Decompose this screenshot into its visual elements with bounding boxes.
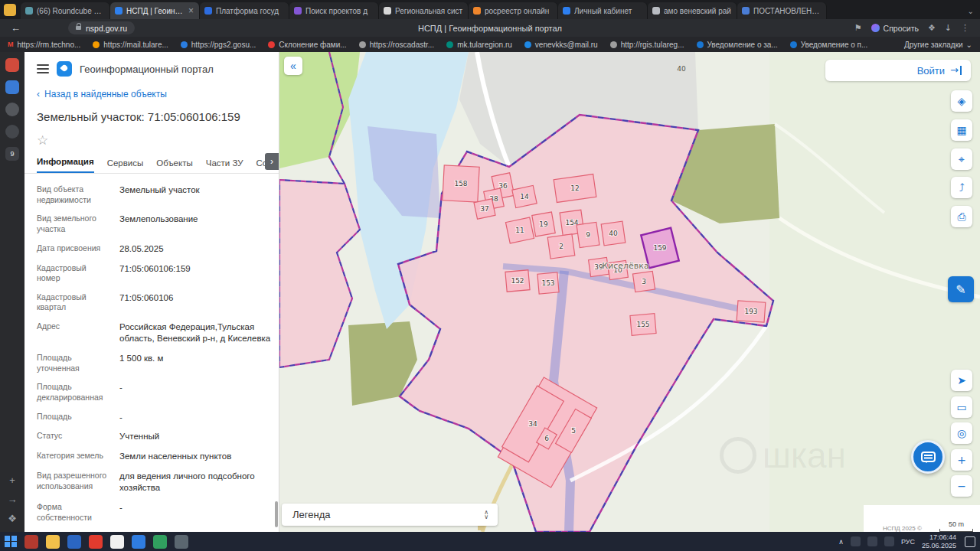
collapse-panel-button[interactable]: « bbox=[284, 57, 302, 75]
tray-expand-icon[interactable]: ∧ bbox=[838, 538, 844, 546]
panel-tab-3[interactable]: Объекты bbox=[156, 158, 192, 173]
screenshot-button[interactable]: ▭ bbox=[951, 396, 972, 418]
share-button[interactable]: ⤴ bbox=[951, 177, 972, 198]
parcel[interactable]: 40 bbox=[601, 221, 626, 246]
parcel[interactable]: 152 bbox=[505, 270, 530, 292]
favorite-star-icon[interactable]: ☆ bbox=[24, 123, 279, 148]
bookmark-item[interactable]: Склонение фами... bbox=[268, 41, 346, 49]
other-bookmarks-button[interactable]: Другие закладки ⌄ bbox=[904, 41, 972, 49]
parcel[interactable]: 19 bbox=[532, 212, 555, 236]
browser-tab[interactable]: росреестр онлайн bbox=[469, 2, 558, 19]
browser-tab[interactable]: амо веневский рай bbox=[648, 2, 737, 19]
parcel[interactable]: 37 bbox=[474, 199, 495, 220]
bookmark-item[interactable]: https://roscadastr... bbox=[359, 41, 434, 49]
ask-button[interactable]: Спросить bbox=[871, 24, 919, 33]
taskbar-app-icon[interactable] bbox=[132, 535, 145, 549]
panel-tab-4[interactable]: Части ЗУ bbox=[206, 158, 243, 173]
clock[interactable]: 17:06:44 25.06.2025 bbox=[922, 533, 956, 550]
map-canvas[interactable]: 1583638371412111915429403910159315215315… bbox=[279, 52, 980, 532]
downloads-icon[interactable]: ↓ bbox=[945, 23, 952, 33]
bookmark-item[interactable]: Уведомление о за... bbox=[697, 41, 778, 49]
taskbar-app-icon[interactable] bbox=[46, 535, 60, 549]
bookmark-item[interactable]: https://mail.tulare... bbox=[93, 41, 168, 49]
url-field[interactable]: nspd.gov.ru bbox=[68, 21, 135, 34]
taskbar-app-icon[interactable] bbox=[153, 535, 167, 549]
geolocation-button[interactable]: ◎ bbox=[951, 422, 972, 444]
browser-tab[interactable]: Платформа госуд bbox=[200, 2, 289, 19]
start-button[interactable] bbox=[5, 536, 17, 548]
sidebar-app-icon-1[interactable] bbox=[5, 58, 19, 72]
tab-group-icon[interactable] bbox=[4, 4, 16, 16]
tab-favicon bbox=[204, 7, 212, 15]
parcel[interactable]: 193 bbox=[737, 301, 766, 322]
taskbar-apps bbox=[24, 535, 188, 549]
tray-icon-2[interactable] bbox=[867, 536, 877, 546]
expand-panel-icon[interactable]: → bbox=[8, 494, 18, 505]
field-value: 1 500 кв. м bbox=[119, 353, 271, 373]
print-button[interactable]: ⎙ bbox=[951, 206, 972, 227]
back-icon[interactable]: ← bbox=[11, 22, 21, 34]
parcel[interactable]: 11 bbox=[505, 217, 534, 243]
browser-tab[interactable]: НСПД | Геоинфо× bbox=[110, 2, 200, 19]
browser-tab[interactable]: Личный кабинет bbox=[558, 2, 648, 19]
sidebar-app-icon-2[interactable] bbox=[5, 80, 19, 94]
taskbar-app-icon[interactable] bbox=[89, 535, 103, 549]
parcel[interactable]: 3 bbox=[632, 271, 655, 292]
tab-search-icon[interactable]: ⌄ bbox=[968, 7, 974, 15]
back-to-results-link[interactable]: ‹ Назад в найденные объекты bbox=[24, 81, 279, 99]
chat-support-button[interactable] bbox=[911, 440, 945, 474]
layers-button[interactable]: ◈ bbox=[951, 90, 972, 112]
sidebar-app-icon-3[interactable] bbox=[5, 103, 19, 116]
extent-button[interactable]: ⌖ bbox=[951, 148, 972, 170]
measure-button[interactable]: ▦ bbox=[951, 119, 972, 141]
parcel[interactable]: 155 bbox=[630, 314, 656, 336]
legend-toggle-icon[interactable]: ∧∨ bbox=[484, 510, 488, 520]
taskbar-app-icon[interactable] bbox=[67, 535, 81, 549]
tab-title: (66) Roundcube We bbox=[37, 7, 105, 15]
extensions-icon[interactable]: ❖ bbox=[928, 23, 936, 33]
parcel[interactable]: 12 bbox=[554, 174, 596, 203]
locate-button[interactable]: ➤ bbox=[951, 370, 972, 391]
menu-icon[interactable]: ⋮ bbox=[961, 23, 969, 33]
add-panel-icon[interactable]: + bbox=[9, 474, 15, 486]
browser-tab[interactable]: Региональная сист bbox=[379, 2, 469, 19]
bookmark-flag-icon[interactable]: ⚑ bbox=[854, 23, 862, 33]
tab-close-icon[interactable]: × bbox=[188, 5, 194, 16]
taskbar-app-icon[interactable] bbox=[24, 535, 38, 549]
zoom-in-button[interactable]: + bbox=[951, 449, 972, 471]
sidebar-badge[interactable]: 9 bbox=[5, 147, 19, 161]
browser-tab[interactable]: ПОСТАНОВЛЕНИЕ bbox=[737, 2, 827, 19]
tab-favicon bbox=[115, 7, 122, 15]
bookmark-item[interactable]: mk.tularegion.ru bbox=[446, 41, 512, 49]
language-indicator[interactable]: РУС bbox=[901, 538, 915, 546]
legend-panel[interactable]: Легенда ∧∨ bbox=[282, 504, 498, 526]
bookmark-item[interactable]: venevkks@mail.ru bbox=[524, 41, 598, 49]
draw-button[interactable]: ✎ bbox=[948, 276, 974, 302]
panel-scrollbar[interactable] bbox=[275, 501, 278, 527]
browser-tab[interactable]: Поиск проектов д bbox=[289, 2, 379, 19]
parcel[interactable]: 153 bbox=[537, 272, 559, 294]
sidebar-app-icon-4[interactable] bbox=[5, 125, 19, 139]
browser-tab[interactable]: (66) Roundcube We bbox=[21, 2, 110, 19]
bookmark-item[interactable]: http://rgis.tulareg... bbox=[610, 41, 684, 49]
apps-grid-icon[interactable]: ❖ bbox=[8, 513, 17, 524]
tray-icon-1[interactable] bbox=[851, 536, 861, 546]
action-center-icon[interactable] bbox=[965, 536, 975, 547]
login-button[interactable]: Войти → bbox=[825, 60, 971, 81]
parcel[interactable]: 2 bbox=[547, 234, 575, 259]
tray-icon-3[interactable] bbox=[884, 536, 894, 546]
bookmark-item[interactable]: https://pgs2.gosu... bbox=[181, 41, 256, 49]
panel-tab-1[interactable]: Информация bbox=[37, 157, 94, 173]
taskbar-app-icon[interactable] bbox=[175, 535, 188, 549]
tabs-scroll-button[interactable]: › bbox=[265, 153, 279, 170]
hamburger-menu-icon[interactable] bbox=[37, 64, 49, 73]
zoom-out-button[interactable]: − bbox=[951, 475, 972, 497]
parcel[interactable]: 14 bbox=[512, 185, 537, 207]
bookmark-item[interactable]: Mhttps://rm.techno... bbox=[8, 41, 80, 49]
bookmark-item[interactable]: Уведомление о п... bbox=[790, 41, 868, 49]
taskbar-app-icon[interactable] bbox=[110, 535, 124, 549]
field-row: Вид разрешенного использованиядля ведени… bbox=[37, 471, 271, 494]
parcel[interactable]: 9 bbox=[577, 222, 599, 247]
parcel[interactable]: 158 bbox=[443, 165, 479, 202]
panel-tab-2[interactable]: Сервисы bbox=[107, 158, 144, 173]
